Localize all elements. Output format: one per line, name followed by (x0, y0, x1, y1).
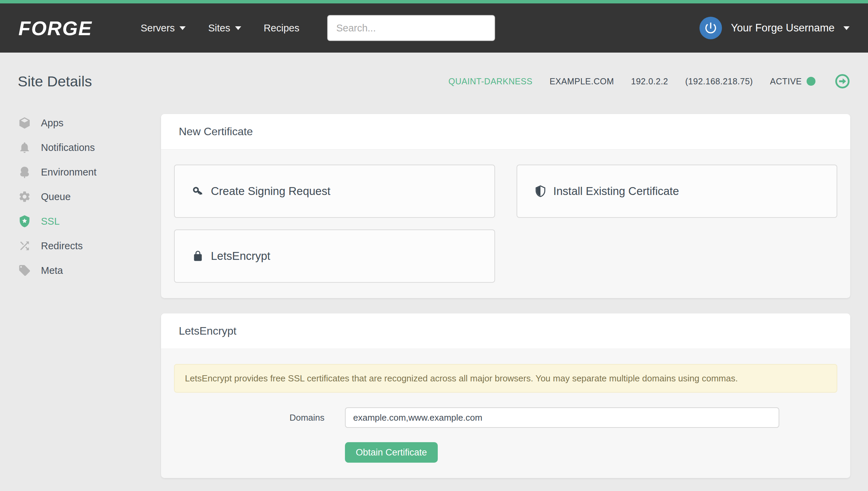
domains-input[interactable] (345, 407, 779, 428)
top-accent-strip (0, 0, 868, 3)
sidebar-item-label: Apps (41, 117, 63, 129)
forge-app: FORGE Servers Sites Recipes Your Forge U… (0, 0, 868, 491)
search-input[interactable] (327, 15, 495, 41)
avatar (699, 17, 722, 39)
site-domain-label: EXAMPLE.COM (550, 76, 614, 86)
tag-icon (18, 264, 31, 277)
sidebar-item-label: Meta (41, 265, 63, 276)
public-ip-label: 192.0.2.2 (631, 76, 668, 86)
lock-icon (192, 250, 204, 262)
letsencrypt-panel: LetsEncrypt LetsEncrypt provides free SS… (161, 313, 850, 478)
sidebar-item-label: Redirects (41, 240, 83, 252)
status-dot-icon (807, 77, 815, 86)
main-content: New Certificate Create Signing Request (161, 110, 850, 478)
sidebar-item-meta[interactable]: Meta (18, 258, 161, 283)
sidebar-item-label: SSL (41, 216, 60, 227)
status-label: ACTIVE (770, 76, 802, 86)
domains-label: Domains (174, 412, 345, 423)
sidebar-item-ssl[interactable]: SSL (18, 209, 161, 234)
sidebar-item-redirects[interactable]: Redirects (18, 234, 161, 258)
shield-half-icon (534, 185, 547, 197)
submit-row: Obtain Certificate (174, 442, 837, 463)
bell-icon (18, 141, 31, 154)
panel-title: LetsEncrypt (161, 313, 850, 349)
page: Site Details QUAINT-DARKNESS EXAMPLE.COM… (0, 53, 868, 478)
key-icon (192, 185, 204, 197)
sidebar-item-label: Queue (41, 191, 71, 202)
nav-item-servers[interactable]: Servers (141, 23, 186, 34)
chevron-down-icon (843, 26, 850, 30)
button-label: Install Existing Certificate (553, 185, 679, 198)
forge-logo: FORGE (18, 17, 92, 40)
new-certificate-body: Create Signing Request Install Existing (161, 150, 850, 298)
nav-item-label: Servers (141, 23, 175, 34)
user-menu[interactable]: Your Forge Username (699, 17, 850, 39)
sidebar-item-queue[interactable]: Queue (18, 184, 161, 209)
site-meta-bar: QUAINT-DARKNESS EXAMPLE.COM 192.0.2.2 (1… (448, 73, 850, 89)
server-name-link[interactable]: QUAINT-DARKNESS (448, 76, 532, 86)
sidebar-item-label: Environment (41, 167, 97, 178)
shuffle-icon (18, 239, 31, 253)
box-icon (18, 116, 31, 130)
page-header: Site Details QUAINT-DARKNESS EXAMPLE.COM… (18, 53, 850, 110)
nav-item-label: Recipes (264, 23, 300, 34)
username-label: Your Forge Username (731, 22, 835, 34)
shield-star-icon (18, 214, 31, 228)
private-ip-label: (192.168.218.75) (685, 76, 753, 86)
letsencrypt-button[interactable]: LetsEncrypt (174, 229, 495, 283)
primary-nav: Servers Sites Recipes (141, 23, 299, 34)
nav-item-sites[interactable]: Sites (208, 23, 241, 34)
info-banner: LetsEncrypt provides free SSL certificat… (174, 364, 837, 393)
sidebar-item-environment[interactable]: Environment (18, 160, 161, 184)
certificate-options: Create Signing Request Install Existing (174, 165, 837, 283)
gear-icon (18, 190, 31, 204)
button-label: Create Signing Request (211, 185, 330, 198)
domains-field-row: Domains (174, 407, 837, 428)
sidebar-item-apps[interactable]: Apps (18, 111, 161, 135)
new-certificate-panel: New Certificate Create Signing Request (161, 114, 850, 298)
sidebar: Apps Notifications Environment (18, 110, 161, 283)
sidebar-item-notifications[interactable]: Notifications (18, 135, 161, 160)
arrow-circle-right-icon[interactable] (835, 73, 850, 89)
power-icon (704, 21, 718, 35)
content: Apps Notifications Environment (18, 110, 850, 478)
obtain-certificate-button[interactable]: Obtain Certificate (345, 442, 438, 463)
status-badge: ACTIVE (770, 76, 815, 86)
panel-title: New Certificate (161, 114, 850, 150)
nav-item-label: Sites (208, 23, 230, 34)
letsencrypt-body: LetsEncrypt provides free SSL certificat… (161, 349, 850, 478)
page-title: Site Details (18, 73, 92, 90)
button-label: LetsEncrypt (211, 250, 270, 263)
sidebar-item-label: Notifications (41, 142, 95, 153)
chevron-down-icon (235, 26, 241, 30)
tree-icon (18, 165, 31, 179)
chevron-down-icon (179, 26, 186, 30)
nav-item-recipes[interactable]: Recipes (264, 23, 300, 34)
install-existing-certificate-button[interactable]: Install Existing Certificate (517, 165, 838, 218)
navbar: FORGE Servers Sites Recipes Your Forge U… (0, 3, 868, 53)
create-signing-request-button[interactable]: Create Signing Request (174, 165, 495, 218)
